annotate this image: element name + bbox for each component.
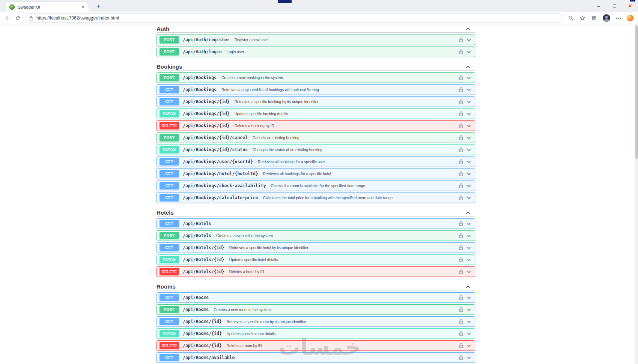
expand-operation-icon[interactable] (466, 87, 471, 92)
browser-menu-button[interactable] (616, 18, 621, 19)
collapse-section-icon[interactable] (465, 26, 471, 32)
section-header[interactable]: Bookings (156, 63, 475, 71)
auth-lock-icon[interactable] (459, 269, 463, 274)
expand-operation-icon[interactable] (466, 343, 471, 348)
section-header[interactable]: Hotels (156, 209, 475, 217)
auth-lock-icon[interactable] (459, 257, 463, 262)
expand-operation-icon[interactable] (466, 355, 471, 360)
copilot-button[interactable] (627, 15, 633, 21)
auth-lock-icon[interactable] (459, 355, 463, 360)
operation-row[interactable]: PATCH /api/Rooms/{id} Updates specific r… (156, 328, 475, 339)
auth-lock-icon[interactable] (459, 307, 463, 312)
minimize-button[interactable]: – (591, 0, 606, 12)
operation-row[interactable]: PATCH /api/Bookings/{id}/status Changes … (156, 144, 475, 155)
operation-row[interactable]: GET /api/Rooms (156, 292, 475, 303)
operation-row[interactable]: POST /api/Auth/login Login user (156, 47, 475, 57)
address-bar[interactable]: https://localhost:7062/swagger/index.htm… (25, 14, 563, 23)
expand-operation-icon[interactable] (466, 233, 471, 238)
back-button[interactable] (3, 13, 13, 23)
maximize-button[interactable] (606, 0, 622, 12)
collapse-section-icon[interactable] (465, 64, 471, 69)
auth-lock-icon[interactable] (459, 147, 463, 152)
auth-lock-icon[interactable] (459, 135, 463, 140)
expand-operation-icon[interactable] (466, 50, 471, 54)
expand-operation-icon[interactable] (466, 245, 471, 250)
auth-lock-icon[interactable] (459, 183, 463, 188)
operation-row[interactable]: POST /api/Bookings Creates a new booking… (156, 72, 475, 83)
expand-operation-icon[interactable] (466, 295, 471, 300)
auth-lock-icon[interactable] (459, 319, 463, 324)
auth-lock-icon[interactable] (459, 295, 463, 300)
section-header[interactable]: Rooms (156, 283, 475, 290)
auth-lock-icon[interactable] (459, 87, 463, 92)
new-tab-button[interactable]: + (94, 2, 103, 11)
operation-row[interactable]: DELETE /api/Hotels/{id} Deletes a hotel … (156, 266, 475, 277)
expand-operation-icon[interactable] (466, 196, 471, 200)
operation-row[interactable]: POST /api/Auth/register Register a new u… (156, 35, 475, 45)
expand-operation-icon[interactable] (466, 75, 471, 80)
auth-lock-icon[interactable] (459, 99, 463, 104)
operation-summary: Creates a new hotel in the system. (216, 234, 456, 238)
method-badge: DELETE (160, 268, 179, 275)
close-button[interactable]: × (622, 0, 638, 12)
operation-row[interactable]: GET /api/Rooms/{id} Retrieves a specific… (156, 316, 475, 327)
operation-row[interactable]: GET /api/Rooms/available (156, 352, 475, 363)
expand-operation-icon[interactable] (466, 159, 471, 164)
expand-operation-icon[interactable] (466, 331, 471, 336)
expand-operation-icon[interactable] (466, 135, 471, 140)
auth-lock-icon[interactable] (459, 75, 463, 80)
tab-close-icon[interactable]: × (81, 4, 85, 10)
scrollbar-thumb[interactable] (635, 26, 638, 159)
expand-operation-icon[interactable] (466, 319, 471, 324)
auth-lock-icon[interactable] (459, 195, 463, 200)
expand-operation-icon[interactable] (466, 269, 471, 274)
refresh-button[interactable] (13, 13, 23, 23)
collapse-section-icon[interactable] (465, 284, 471, 289)
auth-lock-icon[interactable] (459, 245, 463, 250)
auth-lock-icon[interactable] (459, 123, 463, 128)
operation-row[interactable]: POST /api/Hotels Creates a new hotel in … (156, 230, 475, 241)
section-header[interactable]: Auth (156, 25, 475, 33)
expand-operation-icon[interactable] (466, 257, 471, 262)
favorites-button[interactable] (579, 15, 585, 21)
operation-row[interactable]: PATCH /api/Bookings/{id} Updates specifi… (156, 108, 475, 119)
expand-operation-icon[interactable] (466, 184, 471, 188)
expand-operation-icon[interactable] (466, 123, 471, 128)
auth-lock-icon[interactable] (459, 331, 463, 336)
operation-row[interactable]: GET /api/Hotels/{id} Retrieves a specifi… (156, 242, 475, 253)
auth-lock-icon[interactable] (459, 37, 463, 42)
operation-row[interactable]: GET /api/Bookings/{id} Retrieves a speci… (156, 96, 475, 107)
operation-row[interactable]: GET /api/Bookings/calculate-price Calcul… (156, 193, 475, 203)
auth-lock-icon[interactable] (459, 159, 463, 164)
expand-operation-icon[interactable] (466, 38, 471, 42)
expand-operation-icon[interactable] (466, 307, 471, 312)
auth-lock-icon[interactable] (459, 221, 463, 226)
collections-button[interactable] (591, 15, 597, 21)
expand-operation-icon[interactable] (466, 111, 471, 116)
vertical-scrollbar[interactable] (635, 24, 638, 364)
operation-row[interactable]: DELETE /api/Rooms/{id} Deletes a room by… (156, 340, 475, 351)
auth-lock-icon[interactable] (459, 233, 463, 238)
operation-row[interactable]: PATCH /api/Hotels/{id} Updates specific … (156, 254, 475, 265)
operation-icons (456, 99, 475, 104)
expand-operation-icon[interactable] (466, 147, 471, 152)
profile-avatar[interactable] (603, 14, 610, 22)
operation-row[interactable]: GET /api/Bookings/check-availability Che… (156, 180, 475, 191)
expand-operation-icon[interactable] (466, 99, 471, 104)
operation-row[interactable]: POST /api/Rooms Creates a new room in th… (156, 304, 475, 315)
expand-operation-icon[interactable] (466, 221, 471, 226)
operation-row[interactable]: DELETE /api/Bookings/{id} Deletes a book… (156, 120, 475, 131)
auth-lock-icon[interactable] (459, 49, 463, 54)
zoom-button[interactable] (568, 15, 574, 21)
auth-lock-icon[interactable] (459, 171, 463, 176)
auth-lock-icon[interactable] (459, 343, 463, 348)
auth-lock-icon[interactable] (459, 111, 463, 116)
operation-row[interactable]: POST /api/Bookings/{id}/cancel Cancels a… (156, 132, 475, 143)
expand-operation-icon[interactable] (466, 171, 471, 176)
operation-row[interactable]: GET /api/Bookings/hotel/{hotelId} Retrie… (156, 168, 475, 179)
operation-row[interactable]: GET /api/Bookings/user/{userId} Retrieve… (156, 156, 475, 167)
collapse-section-icon[interactable] (465, 210, 471, 215)
browser-tab[interactable]: Swagger UI × (6, 2, 89, 12)
operation-row[interactable]: GET /api/Hotels (156, 218, 475, 229)
operation-row[interactable]: GET /api/Bookings Retrieves a paginated … (156, 84, 475, 95)
